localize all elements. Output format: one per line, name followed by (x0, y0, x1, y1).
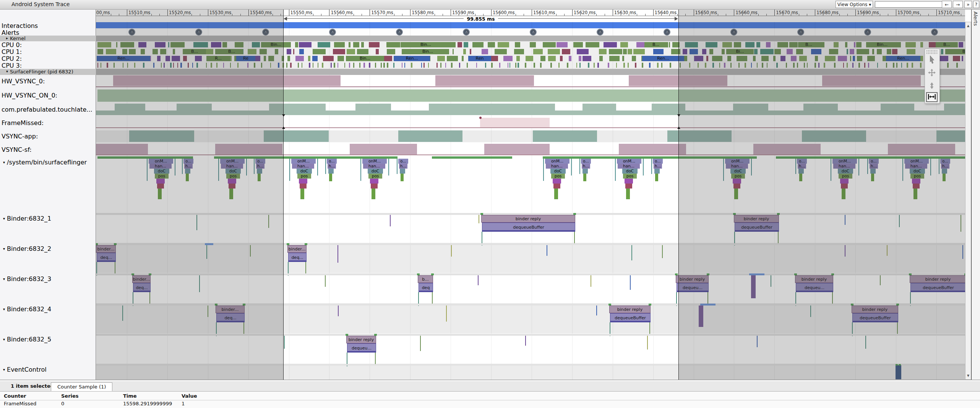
trace-slice[interactable]: pos (368, 174, 382, 179)
trace-slice[interactable]: doC (368, 169, 383, 174)
trace-slice[interactable] (577, 49, 589, 54)
trace-slice[interactable] (518, 63, 519, 68)
trace-slice[interactable] (313, 49, 326, 54)
sidebar-item-vsf[interactable]: VSYNC-sf: (2, 146, 32, 153)
trace-slice[interactable] (287, 49, 291, 54)
trace-slice[interactable] (491, 63, 493, 68)
trace-slice[interactable] (540, 63, 542, 68)
binder-reply-slice[interactable]: binder reply (481, 215, 575, 223)
expander-icon[interactable]: ▸ (6, 36, 8, 40)
vertical-scrollbar[interactable]: ▲ ▼ (965, 22, 971, 380)
trace-slice[interactable]: han... (363, 164, 385, 169)
alert-icon[interactable]: ⚠ (463, 29, 470, 36)
trace-slice[interactable] (482, 49, 488, 54)
trace-slice[interactable]: pos (551, 174, 565, 179)
sidebar-item-ec[interactable]: ▾EventControl (3, 366, 47, 373)
trace-slice[interactable] (349, 63, 350, 68)
trace-slice[interactable]: onM... (291, 159, 316, 164)
trace-slice[interactable] (485, 63, 486, 68)
binder-reply-slice[interactable]: binder reply (609, 306, 651, 313)
trace-slice[interactable] (293, 49, 294, 54)
trace-slice[interactable] (525, 63, 526, 68)
dequeue-buffer-slice[interactable]: dequeu... (347, 343, 376, 353)
trace-slice[interactable] (653, 49, 664, 54)
trace-slice[interactable] (503, 56, 513, 61)
table-cell[interactable]: FrameMissed (4, 401, 36, 406)
trace-slice[interactable] (318, 63, 318, 68)
alert-icon[interactable]: ⚠ (329, 29, 336, 36)
trace-slice[interactable] (467, 63, 468, 68)
trace-slice[interactable] (622, 56, 624, 61)
trace-slice[interactable] (302, 63, 302, 68)
trace-slice[interactable] (333, 49, 345, 54)
trace-slice[interactable] (553, 184, 560, 189)
expander-icon[interactable]: ▾ (3, 277, 5, 281)
trace-slice[interactable] (540, 56, 545, 61)
trace-slice[interactable] (462, 56, 464, 61)
counter-block-hw-vsync[interactable] (435, 75, 534, 86)
trace-slice[interactable] (514, 49, 524, 54)
trace-slice[interactable] (649, 63, 651, 68)
trace-slice[interactable]: onM... (617, 159, 641, 164)
trace-slice[interactable] (437, 56, 445, 61)
trace-slice[interactable] (464, 42, 468, 47)
trace-slice[interactable] (533, 49, 543, 54)
trace-slice[interactable] (543, 42, 556, 47)
trace-slice[interactable] (402, 63, 402, 68)
sidebar-item-b4[interactable]: ▾Binder:6832_4 (3, 306, 51, 313)
sidebar-item-cpu0[interactable]: CPU 0: (2, 41, 22, 49)
trace-slice[interactable] (526, 56, 533, 61)
trace-slice[interactable] (550, 63, 552, 68)
trace-slice[interactable] (597, 63, 599, 68)
trace-slice[interactable] (337, 63, 338, 68)
view-options-button[interactable]: View Options ▾ (836, 1, 873, 8)
trace-slice[interactable] (623, 49, 627, 54)
trace-slice[interactable] (370, 179, 378, 184)
trace-slice[interactable] (387, 49, 395, 54)
counter-block-vsync-sf[interactable] (484, 144, 550, 154)
trace-slice[interactable] (669, 42, 670, 47)
binder-reply-slice[interactable]: b... (418, 275, 433, 283)
trace-slice[interactable] (530, 42, 536, 47)
sidebar-item-b3[interactable]: ▾Binder:6832_3 (3, 275, 51, 283)
trace-slice[interactable] (654, 169, 660, 174)
trace-slice[interactable] (369, 63, 370, 68)
trace-slice[interactable] (554, 189, 558, 199)
trace-slice[interactable] (499, 63, 500, 68)
trace-slice[interactable] (534, 63, 535, 68)
counter-step-prefab[interactable] (355, 104, 391, 111)
trace-slice[interactable] (560, 56, 563, 61)
trace-slice[interactable] (548, 56, 556, 61)
trace-slice[interactable] (300, 189, 304, 199)
trace-slice[interactable] (359, 63, 360, 68)
trace-slice[interactable]: pos (623, 174, 637, 179)
trace-slice[interactable] (599, 49, 607, 54)
trace-slice[interactable]: h... (328, 164, 336, 169)
counter-block-vsync-app[interactable] (533, 130, 597, 142)
trace-slice[interactable] (329, 174, 332, 181)
counter-step-prefab[interactable] (582, 104, 616, 111)
sidebar-item-interactions[interactable]: Interactions (2, 22, 38, 29)
trace-slice[interactable] (299, 49, 304, 54)
timing-mode-icon[interactable] (926, 92, 938, 102)
trace-slice[interactable] (318, 42, 330, 47)
trace-slice[interactable] (372, 189, 375, 199)
trace-slice[interactable] (440, 63, 441, 68)
trace-slice[interactable] (386, 42, 400, 47)
mouse-mode-palette[interactable] (925, 49, 940, 104)
trace-slice[interactable] (334, 63, 335, 68)
trace-slice[interactable]: doC (622, 169, 638, 174)
expander-icon[interactable]: ▾ (3, 247, 5, 251)
trace-slice[interactable] (608, 63, 609, 68)
trace-slice[interactable] (295, 42, 298, 47)
trace-slice[interactable] (353, 63, 354, 68)
selection-boundary-right[interactable] (678, 9, 679, 380)
expander-icon[interactable]: ▾ (3, 337, 5, 341)
counter-block-vsync-sf[interactable] (350, 144, 417, 154)
sidebar-item-prefab[interactable]: com.prefabulated.touchlate... (2, 106, 92, 113)
trace-slice[interactable]: pos (297, 174, 311, 179)
scroll-down-icon[interactable]: ▼ (965, 373, 971, 379)
sidebar-item-sfproc[interactable]: ▾/system/bin/surfaceflinger (3, 159, 87, 166)
trace-slice[interactable] (401, 174, 404, 181)
trace-slice[interactable] (375, 63, 376, 68)
